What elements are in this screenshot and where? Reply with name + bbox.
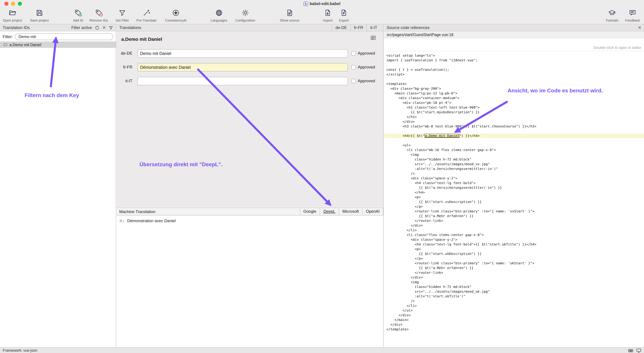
import-button[interactable]: Import xyxy=(323,9,332,22)
app-icon: b xyxy=(304,2,308,6)
code-line: <h4 class="text-lg font-bold">{{ $t("sta… xyxy=(384,242,644,247)
import-icon xyxy=(324,9,332,18)
approved-label: Approved xyxy=(358,51,375,56)
code-line: <li class="mb-16 flex items-center gap-x… xyxy=(384,148,644,152)
approved-checkbox[interactable] xyxy=(351,79,356,83)
code-line xyxy=(384,129,644,134)
mt-engine-microsoft[interactable]: Microsoft xyxy=(339,208,362,215)
close-panel-icon[interactable]: ✕ xyxy=(638,25,641,30)
translation-row-de-DE: de-DE Approved xyxy=(116,49,383,58)
toolbar-label: Feedback xyxy=(625,19,640,22)
zoom-window-button[interactable] xyxy=(18,2,22,6)
approved-checkbox[interactable] xyxy=(351,51,356,56)
code-line: </div> xyxy=(384,223,644,228)
code-line xyxy=(384,63,644,68)
tutorials-icon xyxy=(608,9,616,18)
save-project-button[interactable]: Save project xyxy=(30,9,49,22)
code-line: <div class="space-y-2"> xyxy=(384,176,644,181)
set-filter-button[interactable]: Set Filter xyxy=(116,9,129,22)
filter-panel-icon[interactable] xyxy=(109,26,113,30)
code-line: <div class="space-y-2"> xyxy=(384,237,644,242)
filter-label: Filter: xyxy=(3,34,13,39)
translation-row-it-IT: it-IT Approved xyxy=(116,77,383,85)
code-line: </p> xyxy=(384,256,644,261)
translation-ids-header: Translation IDs Filter active ✕ xyxy=(0,24,116,31)
feedback-button[interactable]: Feedback xyxy=(625,9,640,22)
file-reference[interactable]: src/pages/start/GuestStartPage.vue:18 xyxy=(384,31,644,38)
tab-it-IT[interactable]: it-IT xyxy=(367,24,380,31)
translations-panel: Translations de-DE fr-FR it-IT a.Demo mi… xyxy=(116,24,384,347)
code-line: import { useTranslation } from "i18next-… xyxy=(384,58,644,63)
toolbar-label: Pre-Translate xyxy=(136,19,156,22)
mt-engine-deepl[interactable]: DeepL xyxy=(320,208,339,215)
toolbar-label: Import xyxy=(323,19,332,22)
toolbar-label: Show source xyxy=(280,19,300,22)
tab-fr-FR[interactable]: fr-FR xyxy=(350,24,367,31)
filter-active-label: Filter active xyxy=(71,25,92,30)
code-line: </li> xyxy=(384,303,644,308)
code-line: </main> xyxy=(384,317,644,322)
tutorials-button[interactable]: Tutorials xyxy=(606,9,618,22)
annotation-source-note: Ansicht, wo im Code es benutzt wird. xyxy=(508,88,603,94)
tag-remove-icon xyxy=(95,9,103,18)
source-references-panel: Source code references ✕ src/pages/start… xyxy=(384,24,644,347)
open-in-editor-hint: Double-click to open in editor xyxy=(384,38,644,51)
code-line: <div class="container-medium"> xyxy=(384,96,644,101)
traffic-lights xyxy=(0,2,22,6)
mt-engine-openai[interactable]: OpenAI xyxy=(362,208,383,215)
filter-input[interactable] xyxy=(15,33,113,40)
translation-id-label: a.Demo mit Daniel xyxy=(10,43,41,47)
minimize-window-button[interactable] xyxy=(11,2,15,6)
code-line: </div> xyxy=(384,313,644,317)
export-button[interactable]: Export xyxy=(339,9,349,22)
framework-label: Framework: vue-json xyxy=(3,348,37,352)
languages-button[interactable]: Languages xyxy=(211,9,227,22)
show-source-button[interactable]: Show source xyxy=(280,9,300,22)
code-line xyxy=(384,77,644,82)
translation-input-fr-FR[interactable] xyxy=(138,63,348,72)
toolbar-label: ConsistencyAI xyxy=(165,19,186,22)
code-line: /> xyxy=(384,299,644,303)
tab-de-DE[interactable]: de-DE xyxy=(332,24,350,31)
approved-label: Approved xyxy=(358,79,375,83)
approved-checkbox[interactable] xyxy=(351,65,356,70)
code-line: <li class="flex items-center gap-x-8"> xyxy=(384,233,644,237)
configuration-button[interactable]: Configuration xyxy=(235,9,255,22)
open-project-button[interactable]: Open project xyxy=(3,9,22,22)
code-view[interactable]: <script setup lang="ts">import { useTran… xyxy=(384,53,644,347)
language-label: de-DE xyxy=(116,51,132,56)
code-line: </script> xyxy=(384,72,644,77)
code-line: class="hidden h-72 md:block" xyxy=(384,284,644,289)
close-window-button[interactable] xyxy=(4,2,8,6)
status-bar: Framework: vue-json xyxy=(0,347,644,353)
add-id-button[interactable]: Add ID xyxy=(73,9,83,22)
screen-icon[interactable] xyxy=(636,348,641,352)
code-line: :alt="t('a.Versicherungsvermittler/-in')… xyxy=(384,167,644,171)
toolbar-label: Add ID xyxy=(73,19,83,22)
clear-filter-icon[interactable]: ✕ xyxy=(102,25,106,30)
code-line: /> xyxy=(384,171,644,176)
translation-id-item[interactable]: a.Demo mit Daniel xyxy=(0,42,116,48)
highlighted-token: a.Demo mit Daniel xyxy=(425,134,460,138)
entry-title: a.Demo mit Daniel xyxy=(121,37,162,42)
language-label: fr-FR xyxy=(116,65,132,70)
comment-icon[interactable] xyxy=(370,36,376,42)
consistency-ai-button[interactable]: ConsistencyAI xyxy=(165,9,186,22)
mt-result-row[interactable]: ⌘1 Démonstration avec Daniel xyxy=(116,216,383,223)
feedback-icon xyxy=(628,9,636,18)
code-line: {{ $t("start.myvbvDescription") }} xyxy=(384,110,644,115)
code-line: </h4> xyxy=(384,190,644,195)
code-line: </div> xyxy=(384,275,644,280)
code-line: class="hidden h-72 md:block" xyxy=(384,157,644,162)
machine-translation-bar: Machine Translation Google DeepL Microso… xyxy=(116,208,383,215)
code-line: {{ $t("a.Mehr erfahren") }} xyxy=(384,266,644,270)
mt-engine-google[interactable]: Google xyxy=(300,208,320,215)
keyboard-icon[interactable] xyxy=(628,348,633,352)
pre-translate-button[interactable]: Pre-Translate xyxy=(136,9,156,22)
code-line xyxy=(384,138,644,143)
code-line: const { t } = useTranslation(); xyxy=(384,68,644,72)
translation-input-it-IT[interactable] xyxy=(138,77,348,85)
remove-ids-button[interactable]: Remove IDs xyxy=(90,9,108,22)
refresh-filter-icon[interactable] xyxy=(95,26,99,30)
translation-input-de-DE[interactable] xyxy=(138,49,348,58)
